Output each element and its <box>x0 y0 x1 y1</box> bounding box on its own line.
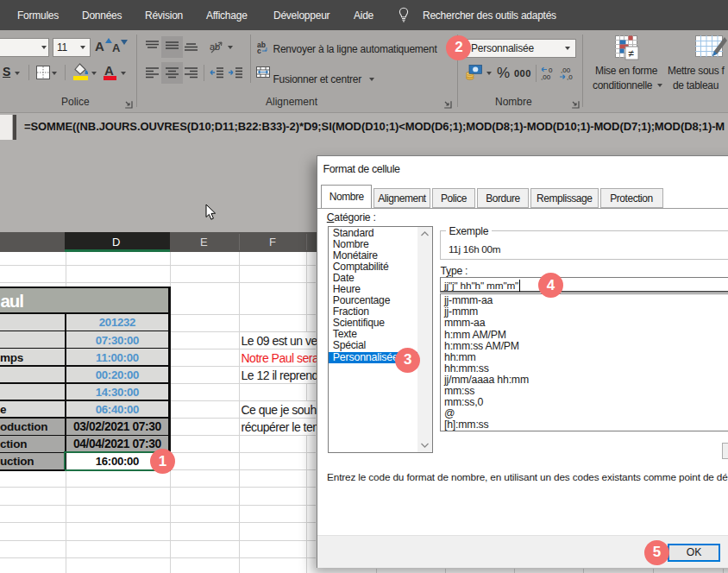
svg-text:≠: ≠ <box>629 47 635 60</box>
svg-text:c: c <box>257 47 261 54</box>
svg-text:,0: ,0 <box>567 73 573 80</box>
svg-text:,00: ,00 <box>541 73 551 80</box>
